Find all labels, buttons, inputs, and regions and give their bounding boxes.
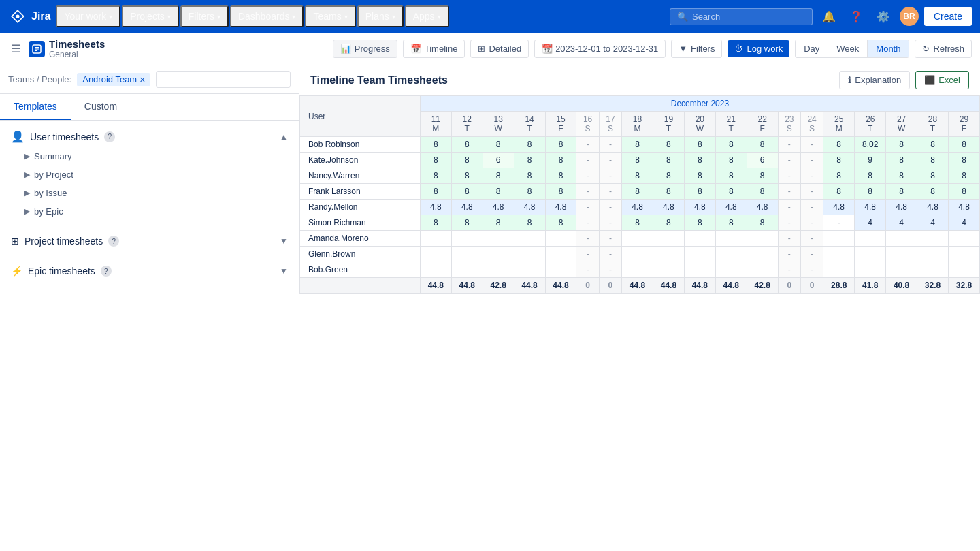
- epic-timesheets-help-icon[interactable]: ?: [101, 266, 112, 277]
- total-cell-16: 0: [576, 278, 599, 294]
- nav-logo[interactable]: Jira: [8, 7, 50, 26]
- cell-Bob-Robinson-29: 8: [948, 137, 979, 153]
- project-timesheets-header[interactable]: ⊞ Project timesheets ? ▼: [0, 232, 299, 251]
- section-collapse-icon[interactable]: ▲: [280, 132, 288, 142]
- team-tag[interactable]: Android Team ×: [77, 73, 150, 86]
- day-header-28: 28T: [917, 112, 949, 137]
- cell-Simon-Richman-19: 8: [653, 215, 684, 231]
- cell-Nancy.Warren-29: 8: [948, 168, 979, 184]
- dashboards-nav[interactable]: Dashboards ▾: [230, 5, 304, 27]
- detailed-button[interactable]: ⊞ Detailed: [470, 40, 529, 58]
- cell-Bob-Robinson-12: 8: [451, 137, 483, 153]
- cell-Glenn.Brown-14: [514, 247, 545, 262]
- projects-nav[interactable]: Projects ▾: [122, 5, 179, 27]
- cell-Nancy.Warren-19: 8: [653, 168, 684, 184]
- total-cell-26: 41.8: [855, 278, 886, 294]
- explanation-button[interactable]: ℹ Explanation: [839, 71, 910, 89]
- project-timesheets-help-icon[interactable]: ?: [108, 236, 119, 247]
- progress-button[interactable]: 📊 Progress: [333, 40, 397, 58]
- total-cell-25: 28.8: [823, 278, 855, 294]
- teams-input[interactable]: [156, 71, 291, 88]
- cell-Kate.Johnson-12: 8: [451, 153, 483, 168]
- filters-nav[interactable]: Filters ▾: [180, 5, 229, 27]
- user-timesheets-header[interactable]: 👤 User timesheets ? ▲: [0, 126, 299, 147]
- cell-Simon-Richman-16: -: [576, 215, 599, 231]
- epic-timesheets-header[interactable]: ⚡ Epic timesheets ? ▼: [0, 262, 299, 281]
- cell-Nancy.Warren-24: -: [800, 168, 823, 184]
- week-view-button[interactable]: Week: [828, 40, 868, 57]
- user-avatar[interactable]: BR: [900, 7, 919, 26]
- tab-templates[interactable]: Templates: [0, 94, 71, 120]
- cell-Nancy.Warren-14: 8: [514, 168, 545, 184]
- cell-Amanda.Moreno-26: [855, 231, 886, 247]
- create-button[interactable]: Create: [924, 7, 972, 26]
- tab-custom[interactable]: Custom: [71, 94, 131, 120]
- cell-Randy.Mellon-20: 4.8: [684, 200, 715, 215]
- section-expand-icon[interactable]: ▼: [280, 236, 288, 246]
- cell-Bob.Green-27: [886, 262, 917, 278]
- cell-Simon-Richman-26: 4: [855, 215, 886, 231]
- day-header-27: 27W: [886, 112, 917, 137]
- section-expand-icon[interactable]: ▼: [280, 266, 288, 276]
- excel-icon: ⬛: [924, 75, 935, 85]
- cell-Amanda.Moreno-15: [545, 231, 576, 247]
- nav-right: 🔍 🔔 ❓ ⚙️ BR Create: [670, 7, 972, 26]
- cell-Amanda.Moreno-25: [823, 231, 855, 247]
- plans-nav[interactable]: Plans ▾: [357, 5, 404, 27]
- cell-Nancy.Warren-16: -: [576, 168, 599, 184]
- chevron-down-icon: ▾: [344, 13, 348, 20]
- month-view-button[interactable]: Month: [868, 40, 909, 57]
- timesheet-table: User December 2023 11M12T13W14T15F16S17S…: [299, 95, 980, 294]
- cell-Amanda.Moreno-22: [747, 231, 778, 247]
- cell-Kate.Johnson-23: -: [778, 153, 800, 168]
- filters-button[interactable]: ▼ Filters: [671, 40, 722, 58]
- total-cell-11: 44.8: [420, 278, 451, 294]
- cell-Kate.Johnson-20: 8: [684, 153, 715, 168]
- your-work-nav[interactable]: Your work ▾: [56, 5, 120, 27]
- day-header-15: 15F: [545, 112, 576, 137]
- cell-Nancy.Warren-22: 8: [747, 168, 778, 184]
- cell-Frank-Larsson-25: 8: [823, 184, 855, 200]
- team-tag-remove[interactable]: ×: [140, 74, 145, 85]
- day-header-14: 14T: [514, 112, 545, 137]
- search-input[interactable]: [692, 12, 805, 22]
- search-box[interactable]: 🔍: [670, 8, 813, 25]
- excel-button[interactable]: ⬛ Excel: [915, 71, 969, 89]
- cell-Amanda.Moreno-27: [886, 231, 917, 247]
- timeline-button[interactable]: 📅 Timeline: [403, 40, 466, 58]
- day-header-12: 12T: [451, 112, 483, 137]
- day-header-20: 20W: [684, 112, 715, 137]
- total-cell-19: 44.8: [653, 278, 684, 294]
- summary-item[interactable]: ▶ Summary: [0, 147, 299, 166]
- help-button[interactable]: ❓: [845, 7, 867, 26]
- settings-button[interactable]: ⚙️: [872, 7, 894, 26]
- progress-icon: 📊: [340, 44, 351, 54]
- cell-Frank-Larsson-29: 8: [948, 184, 979, 200]
- user-name-cell: Bob Robinson: [300, 137, 421, 153]
- day-view-button[interactable]: Day: [796, 40, 828, 57]
- chevron-down-icon: ▾: [217, 13, 220, 20]
- cell-Randy.Mellon-11: 4.8: [420, 200, 451, 215]
- sidebar-toggle-button[interactable]: ☰: [8, 40, 23, 58]
- table-row: Amanda.Moreno----: [300, 231, 980, 247]
- teams-nav[interactable]: Teams ▾: [305, 5, 355, 27]
- date-range-picker[interactable]: 📆 2023-12-01 to 2023-12-31: [534, 40, 666, 58]
- by-issue-item[interactable]: ▶ by Issue: [0, 184, 299, 202]
- by-project-item[interactable]: ▶ by Project: [0, 166, 299, 184]
- cell-Amanda.Moreno-16: -: [576, 231, 599, 247]
- cell-Bob.Green-15: [545, 262, 576, 278]
- by-epic-item[interactable]: ▶ by Epic: [0, 202, 299, 221]
- day-header-22: 22F: [747, 112, 778, 137]
- apps-nav[interactable]: Apps ▾: [405, 5, 449, 27]
- epic-icon: ⚡: [11, 266, 22, 277]
- user-timesheets-help-icon[interactable]: ?: [104, 131, 115, 142]
- refresh-button[interactable]: ↻ Refresh: [915, 40, 972, 58]
- refresh-icon: ↻: [922, 44, 930, 54]
- notifications-button[interactable]: 🔔: [818, 7, 840, 26]
- log-work-button[interactable]: ⏱ Log work: [728, 40, 789, 57]
- timesheets-icon: [29, 41, 45, 57]
- user-name-cell: Glenn.Brown: [300, 247, 421, 262]
- user-name-cell: Randy.Mellon: [300, 200, 421, 215]
- timeline-title: Timeline Team Timesheets: [310, 74, 839, 86]
- cell-Bob.Green-11: [420, 262, 451, 278]
